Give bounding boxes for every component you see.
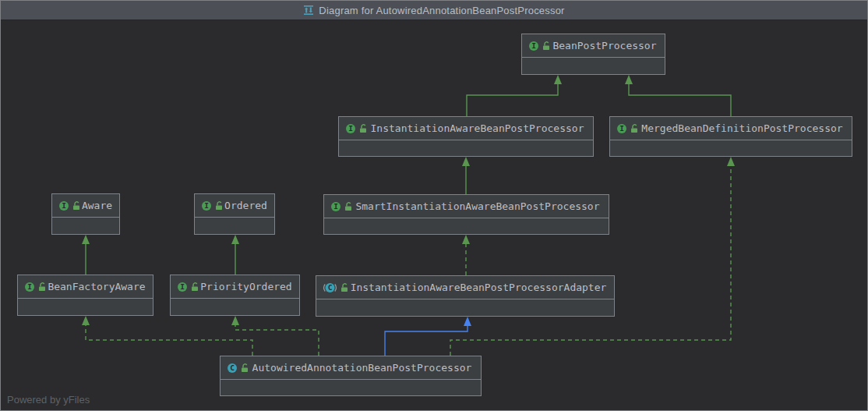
node-header: IBeanPostProcessor xyxy=(522,34,665,58)
node-bean_post_processor[interactable]: IBeanPostProcessor xyxy=(521,34,665,75)
interface-icon: I xyxy=(58,200,69,211)
node-header: IMergedBeanDefinitionPostProcessor xyxy=(610,117,852,140)
node-compartment xyxy=(610,140,852,179)
interface-icon: I xyxy=(24,282,35,292)
node-compartment xyxy=(316,299,614,339)
powered-by-label: Powered by yFiles xyxy=(7,394,90,406)
node-label: SmartInstantiationAwareBeanPostProcessor xyxy=(353,200,602,212)
node-icons: I xyxy=(177,282,199,292)
node-compartment xyxy=(339,140,593,179)
node-label: Ordered xyxy=(224,200,268,211)
unlocked-icon xyxy=(190,282,199,292)
interface-icon: I xyxy=(330,201,341,212)
svg-text:I: I xyxy=(180,282,185,291)
node-label: MergedBeanDefinitionPostProcessor xyxy=(639,122,845,134)
diagram-window: Diagram for AutowiredAnnotationBeanPostP… xyxy=(0,0,868,411)
interface-icon: I xyxy=(201,200,212,211)
node-label: InstantiationAwareBeanPostProcessorAdapt… xyxy=(349,282,608,293)
node-icons: I xyxy=(201,200,224,211)
abstract-class-icon: C xyxy=(323,282,337,293)
node-label: BeanPostProcessor xyxy=(551,40,658,51)
svg-text:I: I xyxy=(62,201,66,210)
node-merged_bean_definition[interactable]: IMergedBeanDefinitionPostProcessor xyxy=(609,116,852,157)
node-label: BeanFactoryAware xyxy=(47,281,146,292)
svg-text:I: I xyxy=(348,124,353,133)
node-compartment xyxy=(18,299,153,338)
node-header: IAware xyxy=(52,194,119,218)
node-icons: I xyxy=(528,41,551,51)
node-header: IBeanFactoryAware xyxy=(18,275,153,299)
svg-text:C: C xyxy=(230,363,235,372)
unlocked-icon xyxy=(340,282,349,292)
window-title: Diagram for AutowiredAnnotationBeanPostP… xyxy=(319,5,564,16)
node-compartment xyxy=(195,218,274,257)
node-compartment xyxy=(171,299,299,338)
node-header: IOrdered xyxy=(195,194,274,218)
node-header: IInstantiationAwareBeanPostProcessor xyxy=(339,117,593,140)
unlocked-icon xyxy=(358,123,368,133)
unlocked-icon xyxy=(240,363,249,373)
node-icons: I xyxy=(330,201,353,212)
node-compartment xyxy=(522,58,665,97)
node-bean_factory_aware[interactable]: IBeanFactoryAware xyxy=(17,275,153,316)
node-header: CInstantiationAwareBeanPostProcessorAdap… xyxy=(316,276,614,299)
node-icons: C xyxy=(227,363,249,374)
node-label: PriorityOrdered xyxy=(199,281,293,292)
node-compartment xyxy=(324,218,609,257)
node-icons: I xyxy=(58,200,81,211)
svg-text:C: C xyxy=(328,283,333,292)
interface-icon: I xyxy=(177,282,188,292)
node-aware[interactable]: IAware xyxy=(51,193,120,235)
node-icons: I xyxy=(345,123,368,134)
interface-icon: I xyxy=(345,123,356,134)
unlocked-icon xyxy=(214,200,224,211)
node-label: AutowiredAnnotationBeanPostProcessor xyxy=(249,362,475,374)
diagram-icon xyxy=(303,5,314,16)
svg-text:I: I xyxy=(619,124,624,133)
node-label: InstantiationAwareBeanPostProcessor xyxy=(368,122,587,134)
unlocked-icon xyxy=(37,282,47,292)
node-header: ISmartInstantiationAwareBeanPostProcesso… xyxy=(324,195,609,218)
node-compartment xyxy=(221,380,481,411)
class-icon: C xyxy=(227,363,238,374)
node-instantiation_aware[interactable]: IInstantiationAwareBeanPostProcessor xyxy=(338,116,594,157)
node-label: Aware xyxy=(81,200,113,211)
node-priority_ordered[interactable]: IPriorityOrdered xyxy=(170,275,300,316)
node-header: CAutowiredAnnotationBeanPostProcessor xyxy=(221,356,481,380)
svg-text:I: I xyxy=(531,41,536,50)
unlocked-icon xyxy=(72,200,81,211)
unlocked-icon xyxy=(542,41,551,51)
interface-icon: I xyxy=(616,123,627,134)
node-header: IPriorityOrdered xyxy=(171,275,299,299)
title-bar: Diagram for AutowiredAnnotationBeanPostP… xyxy=(1,1,867,20)
svg-text:I: I xyxy=(333,202,338,211)
unlocked-icon xyxy=(630,123,639,133)
interface-icon: I xyxy=(528,41,539,51)
node-ordered[interactable]: IOrdered xyxy=(194,193,275,235)
node-icons: I xyxy=(616,123,639,134)
node-adapter[interactable]: CInstantiationAwareBeanPostProcessorAdap… xyxy=(316,275,615,317)
node-compartment xyxy=(52,218,119,257)
node-icons: I xyxy=(24,282,47,292)
node-smart_instantiation[interactable]: ISmartInstantiationAwareBeanPostProcesso… xyxy=(323,194,609,235)
unlocked-icon xyxy=(344,201,353,211)
svg-text:I: I xyxy=(204,201,209,210)
svg-text:I: I xyxy=(27,282,32,291)
node-autowired[interactable]: CAutowiredAnnotationBeanPostProcessor xyxy=(220,356,482,396)
node-icons: C xyxy=(323,282,349,293)
